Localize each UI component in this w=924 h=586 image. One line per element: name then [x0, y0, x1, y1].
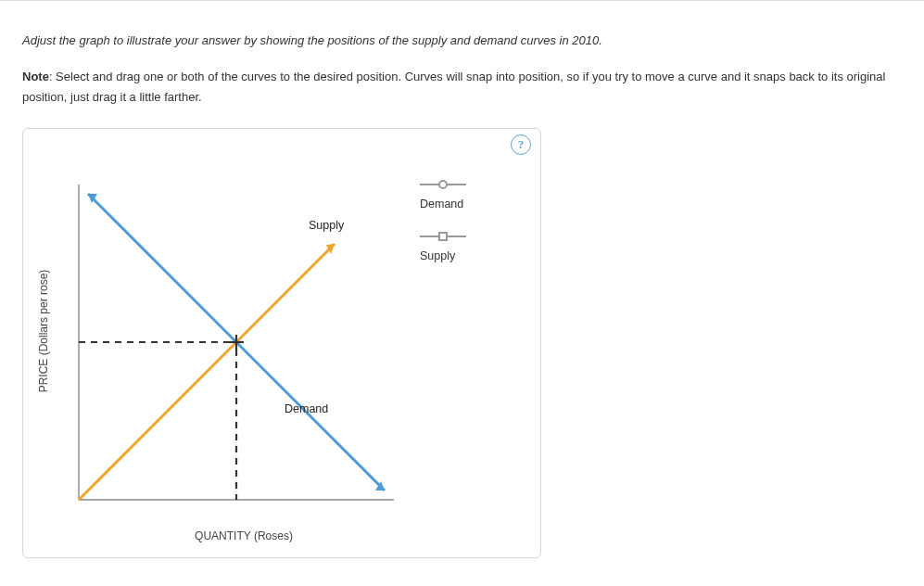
- svg-line-0: [79, 244, 335, 500]
- legend-demand-marker: [420, 179, 466, 190]
- chart-area: PRICE (Dollars per rose) Supply: [23, 160, 540, 546]
- instruction-text: Adjust the graph to illustrate your answ…: [22, 32, 902, 50]
- legend-item-demand[interactable]: Demand: [420, 179, 466, 210]
- note-label: Note: [22, 70, 49, 83]
- legend-supply-label: Supply: [420, 249, 466, 262]
- panel-toolbar: ?: [23, 129, 540, 160]
- plot-column: Supply Demand QUANTITY (Rose: [60, 166, 403, 542]
- legend-supply-marker: [420, 231, 466, 242]
- help-button[interactable]: ?: [511, 134, 531, 155]
- x-axis-label: QUANTITY (Roses): [60, 529, 403, 542]
- legend-demand-label: Demand: [420, 197, 466, 210]
- note-body: : Select and drag one or both of the cur…: [22, 70, 885, 104]
- legend-item-supply[interactable]: Supply: [420, 231, 466, 262]
- chart-svg: Supply Demand: [60, 166, 403, 518]
- graph-panel: ? PRICE (Dollars per rose) Supply: [22, 128, 541, 558]
- supply-curve[interactable]: [79, 244, 335, 500]
- note-text: Note: Select and drag one or both of the…: [22, 67, 902, 108]
- demand-curve-label: Demand: [285, 402, 328, 415]
- supply-curve-label: Supply: [309, 219, 345, 232]
- y-axis-label: PRICE (Dollars per rose): [37, 270, 50, 393]
- legend: Demand Supply: [403, 166, 466, 542]
- y-axis-label-col: PRICE (Dollars per rose): [27, 166, 60, 542]
- plot-area[interactable]: Supply Demand: [60, 166, 403, 518]
